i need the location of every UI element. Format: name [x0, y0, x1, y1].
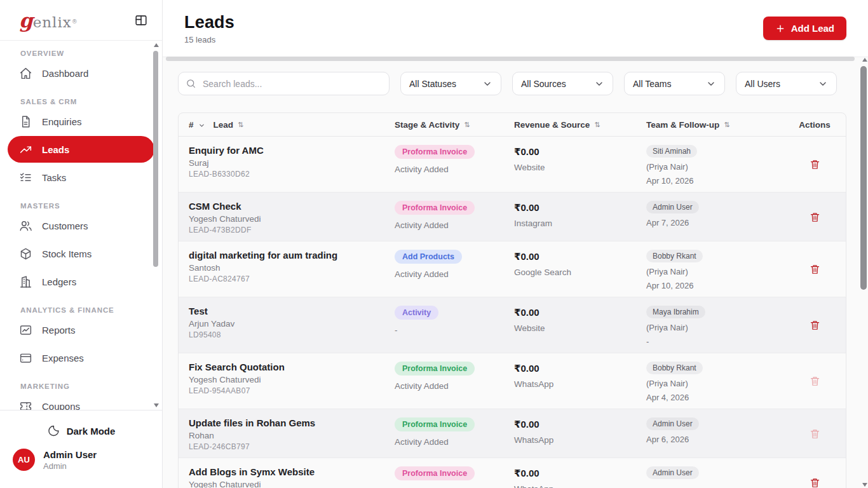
sidebar-scrollbar-thumb[interactable] — [153, 51, 158, 267]
activity-status: Activity Added — [395, 269, 514, 279]
owner-badge: Admin User — [646, 417, 699, 430]
sidebar-item-coupons[interactable]: Coupons — [8, 393, 154, 410]
stage-badge: Proforma Invoice — [395, 201, 475, 215]
table-row[interactable]: Enquiry for AMC Suraj LEAD-B6330D62 Prof… — [179, 137, 846, 193]
logo-text: enlix — [33, 14, 72, 30]
followup-date: Apr 10, 2026 — [646, 281, 783, 290]
horizontal-scrollbar-thumb[interactable] — [166, 57, 855, 61]
vertical-scrollbar[interactable] — [859, 57, 867, 488]
filter-dropdown-all-sources[interactable]: All Sources — [512, 72, 613, 95]
owner-badge: Admin User — [646, 466, 699, 479]
sidebar-item-reports[interactable]: Reports — [8, 316, 154, 343]
column-header-stage-activity[interactable]: Stage & Activity⇅ — [395, 120, 514, 130]
filter-dropdown-all-users[interactable]: All Users — [736, 72, 837, 95]
column-header-team-follow-up[interactable]: Team & Follow-up⇅ — [646, 120, 783, 130]
dropdown-value: All Teams — [633, 79, 671, 89]
filter-dropdown-all-teams[interactable]: All Teams — [624, 72, 725, 95]
lead-id: LD95408 — [189, 330, 382, 339]
user-profile[interactable]: AU Admin User Admin — [13, 449, 149, 471]
followup-date: Apr 10, 2026 — [646, 176, 783, 186]
dark-mode-toggle[interactable]: Dark Mode — [13, 418, 149, 444]
activity-status: Activity Added — [395, 165, 514, 174]
sidebar-item-expenses[interactable]: Expenses — [8, 344, 154, 371]
users-icon — [19, 219, 32, 233]
lead-title: Update files in Rohan Gems — [189, 417, 382, 428]
scroll-down-arrow[interactable] — [862, 483, 867, 487]
table-row[interactable]: Fix Search Quotation Yogesh Chaturvedi L… — [179, 353, 846, 409]
delete-icon[interactable] — [810, 159, 820, 170]
activity-status: Activity Added — [395, 381, 514, 391]
delete-icon[interactable] — [810, 428, 820, 439]
team-secondary: (Priya Nair) — [646, 323, 783, 332]
column-header-revenue-source[interactable]: Revenue & Source⇅ — [514, 120, 646, 130]
delete-icon[interactable] — [810, 264, 820, 274]
lead-contact: Yogesh Chaturvedi — [189, 375, 382, 384]
page-title: Leads — [184, 13, 234, 32]
sidebar-item-label: Dashboard — [42, 68, 88, 79]
sidebar-item-label: Reports — [42, 325, 76, 336]
sidebar-item-enquiries[interactable]: Enquiries — [8, 108, 154, 135]
nav-section-label-marketing: MARKETING — [20, 383, 152, 390]
chevron-down-icon — [594, 79, 604, 89]
lead-id: LEAD-954AAB07 — [189, 386, 382, 395]
lead-source: Google Search — [514, 268, 646, 277]
stage-badge: Proforma Invoice — [395, 362, 475, 376]
sidebar-toggle-icon[interactable] — [134, 13, 148, 27]
trending-up-icon — [19, 143, 32, 156]
lead-id: LEAD-246CB797 — [189, 442, 382, 451]
lead-contact: Yogesh Chaturvedi — [189, 480, 382, 488]
owner-badge: Maya Ibrahim — [646, 306, 705, 318]
sidebar-footer: Dark Mode AU Admin User Admin — [0, 410, 162, 488]
sort-icon: ⇅ — [724, 121, 729, 129]
lead-id: LEAD-473B2DDF — [189, 226, 382, 234]
owner-badge: Admin User — [646, 201, 699, 214]
filter-dropdown-all-statuses[interactable]: All Statuses — [400, 72, 501, 95]
stage-badge: Activity — [395, 306, 438, 320]
moon-icon — [47, 424, 60, 437]
table-row[interactable]: CSM Check Yogesh Chaturvedi LEAD-473B2DD… — [179, 193, 846, 241]
sidebar-item-ledgers[interactable]: Ledgers — [8, 268, 154, 295]
delete-icon[interactable] — [810, 477, 820, 488]
leads-count: 15 leads — [184, 35, 234, 44]
dropdown-value: All Users — [745, 79, 780, 89]
lead-title: CSM Check — [189, 201, 382, 212]
vertical-scrollbar-thumb[interactable] — [860, 66, 867, 290]
sidebar-scrollbar[interactable] — [153, 42, 159, 409]
table-row[interactable]: Test Arjun Yadav LD95408 Activity - ₹0.0… — [179, 297, 846, 353]
scroll-down-arrow[interactable] — [154, 403, 159, 407]
sort-icon: ⇅ — [238, 121, 243, 129]
table-row[interactable]: Add Blogs in Symx Website Yogesh Chaturv… — [179, 458, 846, 488]
search-box — [178, 72, 390, 95]
search-input[interactable] — [178, 72, 390, 95]
lead-title: Enquiry for AMC — [189, 145, 382, 156]
lead-source: WhatsApp — [514, 484, 646, 488]
scroll-up-arrow[interactable] — [862, 58, 867, 62]
lead-title: Add Blogs in Symx Website — [189, 466, 382, 477]
sort-icon: ⇅ — [594, 121, 600, 129]
table-header-row: #Lead⇅Stage & Activity⇅Revenue & Source⇅… — [179, 113, 846, 137]
sidebar-item-leads[interactable]: Leads — [8, 136, 154, 163]
scroll-up-arrow[interactable] — [154, 43, 159, 47]
sidebar-item-stock-items[interactable]: Stock Items — [8, 240, 154, 267]
checklist-icon — [19, 171, 32, 184]
column-header-lead[interactable]: #Lead⇅ — [179, 120, 395, 130]
dropdown-value: All Statuses — [409, 79, 456, 89]
column-label: Actions — [799, 120, 831, 130]
lead-contact: Rohan — [189, 431, 382, 440]
lead-source: WhatsApp — [514, 435, 646, 445]
delete-icon[interactable] — [810, 376, 820, 386]
logo-g: g — [19, 9, 33, 32]
table-row[interactable]: Update files in Rohan Gems Rohan LEAD-24… — [179, 409, 846, 458]
app-logo: genlix® — [19, 9, 78, 32]
sidebar-item-tasks[interactable]: Tasks — [8, 164, 154, 191]
sidebar-item-dashboard[interactable]: Dashboard — [8, 60, 154, 86]
table-row[interactable]: digital marketing for aum trading Santos… — [179, 241, 846, 297]
nav-section-label-overview: OVERVIEW — [20, 50, 152, 57]
activity-status: Activity Added — [395, 437, 514, 447]
add-lead-button[interactable]: Add Lead — [763, 17, 846, 40]
user-role: Admin — [43, 461, 97, 471]
delete-icon[interactable] — [810, 320, 820, 330]
sidebar-item-customers[interactable]: Customers — [8, 212, 154, 239]
delete-icon[interactable] — [810, 212, 820, 222]
lead-revenue: ₹0.00 — [514, 146, 646, 158]
